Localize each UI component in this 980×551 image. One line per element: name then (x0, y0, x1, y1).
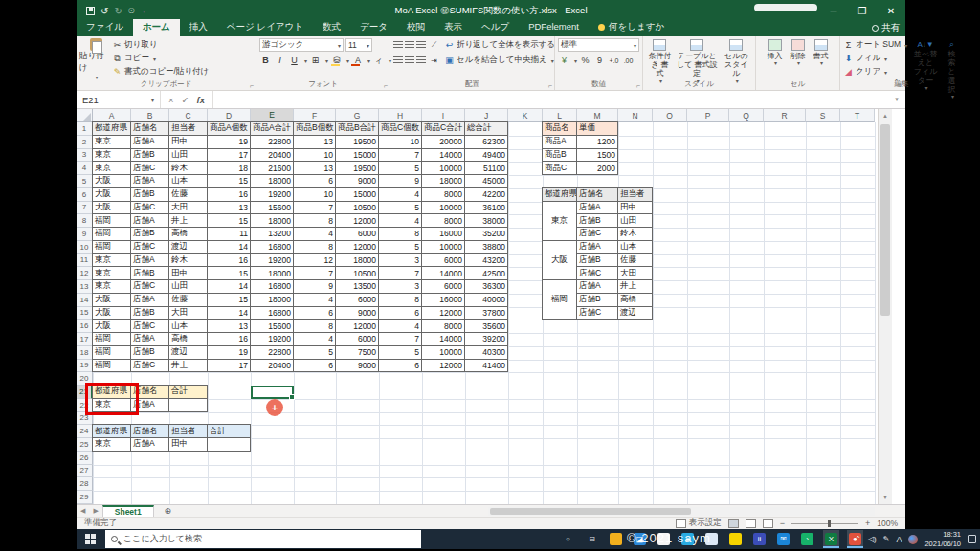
cell[interactable]: 8 (294, 214, 336, 228)
enter-icon[interactable]: ✓ (182, 95, 189, 105)
cell[interactable]: 5 (379, 202, 422, 215)
cell[interactable]: 4 (294, 333, 336, 346)
cell[interactable]: 大阪 (93, 202, 131, 215)
cell[interactable]: 店舗C (131, 280, 169, 294)
cell[interactable]: 13500 (336, 280, 379, 294)
row-header-24[interactable]: 24 (77, 425, 93, 438)
font-family-select[interactable]: 游ゴシック▾ (259, 38, 344, 52)
cell[interactable]: 大田 (169, 202, 208, 215)
merge-center-button[interactable]: ▣セルを結合して中央揃え▾ (444, 54, 555, 67)
cell[interactable]: 10500 (336, 202, 379, 215)
ribbon-tab-9[interactable]: PDFelement (519, 19, 589, 36)
row-header-3[interactable]: 3 (77, 149, 93, 163)
cell[interactable]: 3 (379, 254, 422, 268)
cell[interactable]: 15 (208, 175, 251, 188)
new-sheet-icon[interactable]: ⊕ (162, 505, 174, 518)
cell[interactable]: 店舗B (131, 307, 169, 320)
cell[interactable]: 大阪 (93, 307, 131, 320)
cell[interactable]: 東京 (543, 202, 577, 241)
cell[interactable]: 9 (294, 280, 336, 294)
cell[interactable]: 山本 (169, 320, 208, 333)
touch-mode-icon[interactable]: ☉ (128, 7, 135, 15)
cell[interactable]: 店舗A (131, 438, 169, 452)
cell[interactable]: 14000 (422, 333, 465, 346)
cell[interactable]: 22800 (251, 346, 294, 360)
cell[interactable]: 9000 (336, 175, 379, 188)
cell[interactable]: 店舗A (131, 136, 169, 149)
page-layout-view-icon[interactable] (746, 519, 756, 528)
cell[interactable]: 38800 (465, 241, 508, 254)
cell[interactable]: 37800 (465, 307, 508, 320)
cell[interactable]: 10 (379, 136, 422, 149)
cell[interactable]: 井上 (618, 280, 653, 294)
vertical-scroll-thumb[interactable] (880, 124, 890, 316)
cell[interactable]: 大田 (618, 267, 653, 280)
cell[interactable]: 15 (208, 267, 251, 280)
cell[interactable]: 13 (208, 202, 251, 215)
autosum-button[interactable]: Σオート SUM▾ (843, 38, 907, 52)
cell[interactable]: 16000 (422, 228, 465, 241)
cell[interactable]: 4 (379, 188, 422, 202)
cell[interactable]: 16800 (251, 241, 294, 254)
cell[interactable]: 42200 (465, 188, 508, 202)
cell[interactable]: 6000 (422, 280, 465, 294)
selected-cell-outline[interactable] (251, 386, 294, 399)
cell[interactable]: 12 (294, 254, 336, 268)
cell[interactable]: 店舗B (131, 228, 169, 241)
cancel-icon[interactable]: × (168, 95, 174, 105)
row-header-28[interactable]: 28 (77, 477, 93, 491)
cell[interactable]: 6 (294, 360, 336, 373)
cell[interactable]: 渡辺 (618, 307, 653, 320)
zoom-out-icon[interactable]: − (780, 518, 785, 528)
collapse-ribbon-icon[interactable]: ⌃ (893, 78, 900, 87)
qat-dropdown-icon[interactable]: ▾ (143, 8, 145, 14)
row-header-13[interactable]: 13 (77, 280, 93, 294)
cell[interactable]: 商品A合計 (251, 122, 294, 136)
cell[interactable]: 山本 (618, 241, 653, 254)
cell[interactable]: 7 (379, 333, 422, 346)
cell[interactable]: 商品C個数 (379, 122, 422, 136)
taskbar-app-microsoft-store[interactable] (656, 530, 672, 548)
cell[interactable]: 6000 (336, 228, 379, 241)
ribbon-tab-1[interactable]: ホーム (133, 19, 180, 36)
cell[interactable]: 東京 (93, 149, 131, 163)
comma-style-icon[interactable]: 9 (593, 55, 606, 67)
notification-icon[interactable] (968, 535, 976, 543)
column-header-C[interactable]: C (169, 109, 208, 122)
cell[interactable]: 佐藤 (169, 188, 208, 202)
cell[interactable]: 18000 (336, 254, 379, 268)
cell[interactable]: 12000 (422, 307, 465, 320)
speaker-icon[interactable]: ◁) (868, 535, 877, 543)
share-button[interactable]: 共有 (872, 22, 900, 34)
ribbon-tab-7[interactable]: 表示 (434, 19, 472, 36)
cell[interactable]: 51100 (465, 162, 508, 175)
cell[interactable]: 鈴木 (169, 162, 208, 175)
cell[interactable]: 10000 (422, 162, 465, 175)
cell[interactable]: 都道府県 (93, 122, 131, 136)
cell[interactable]: 12000 (336, 320, 379, 333)
sort-filter-button[interactable]: A↓▼並べ替えと フィルター▾ (911, 38, 940, 101)
cell[interactable]: 8 (294, 241, 336, 254)
row-header-9[interactable]: 9 (77, 228, 93, 241)
fill-color-button[interactable]: ⛁ (330, 55, 343, 67)
cell[interactable]: 渡辺 (169, 346, 208, 360)
ribbon-tab-5[interactable]: データ (350, 19, 397, 36)
cell[interactable]: 35200 (465, 228, 508, 241)
cell[interactable]: 担当者 (618, 188, 653, 202)
cell[interactable]: 福岡 (543, 280, 577, 320)
close-button[interactable]: ✕ (877, 0, 905, 21)
taskbar-app-green-app[interactable]: › (799, 530, 815, 548)
cell[interactable]: 49400 (465, 149, 508, 163)
cell[interactable]: 16 (208, 333, 251, 346)
cell[interactable]: 4 (379, 214, 422, 228)
cell[interactable]: 都道府県 (93, 425, 131, 438)
cell[interactable]: 渡辺 (169, 241, 208, 254)
taskbar-app-task-view[interactable]: ⊟ (584, 530, 600, 548)
column-header-A[interactable]: A (93, 109, 131, 122)
alignment-dialog-launcher[interactable]: ⌐ (548, 82, 552, 89)
cell[interactable]: 商品C (543, 162, 577, 175)
row-header-6[interactable]: 6 (77, 188, 93, 202)
cell[interactable]: 大阪 (543, 241, 577, 280)
row-header-16[interactable]: 16 (77, 320, 93, 333)
row-header-7[interactable]: 7 (77, 202, 93, 215)
